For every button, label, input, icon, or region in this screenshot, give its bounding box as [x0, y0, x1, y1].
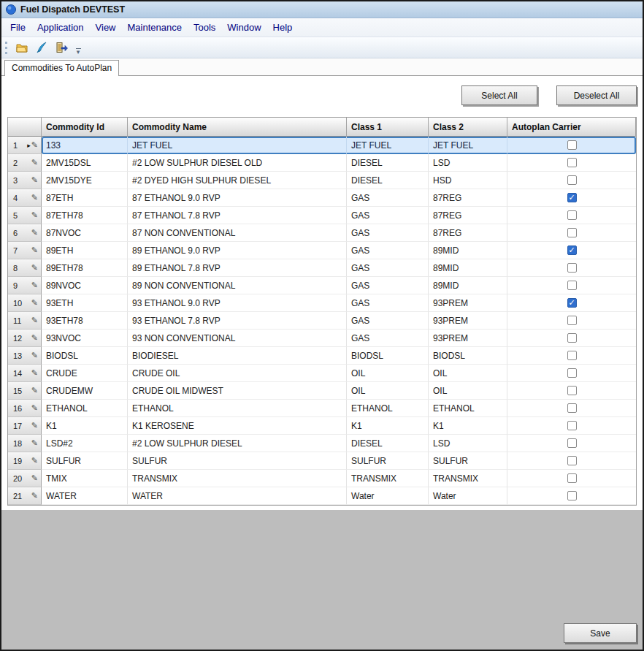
cell-id[interactable]: 87ETH78 [42, 207, 128, 224]
cell-id[interactable]: 93NVOC [42, 330, 128, 347]
cell-class2[interactable]: OIL [429, 382, 507, 400]
cell-class1[interactable]: GAS [347, 207, 429, 224]
row-header[interactable]: 18✎ [8, 435, 42, 452]
cell-class1[interactable]: GAS [347, 330, 429, 347]
select-all-button[interactable]: Select All [461, 85, 537, 105]
menu-item-application[interactable]: Application [31, 20, 90, 35]
row-header[interactable]: 19✎ [8, 452, 42, 470]
autoplan-carrier-checkbox[interactable] [567, 456, 577, 465]
row-header[interactable]: 8✎ [8, 259, 42, 277]
cell-name[interactable]: 93 ETHANOL 7.8 RVP [128, 312, 347, 330]
cell-id[interactable]: 89NVOC [42, 277, 128, 294]
cell-class1[interactable]: K1 [347, 417, 429, 435]
table-row[interactable]: 19✎SULFURSULFURSULFURSULFUR [8, 452, 636, 470]
cell-name[interactable]: 87 ETHANOL 9.0 RVP [128, 189, 347, 207]
toolbar-grip-handle[interactable] [5, 42, 7, 54]
table-row[interactable]: 3✎2MV15DYE#2 DYED HIGH SULPHUR DIESELDIE… [8, 172, 636, 189]
row-header[interactable]: 16✎ [8, 400, 42, 417]
cell-class2[interactable]: 89MID [429, 277, 507, 294]
cell-id[interactable]: 2MV15DYE [42, 172, 128, 189]
cell-class2[interactable]: 87REG [429, 189, 507, 207]
cell-name[interactable]: K1 KEROSENE [128, 417, 347, 435]
table-row[interactable]: 14✎CRUDECRUDE OILOILOIL [8, 365, 636, 382]
cell-class1[interactable]: GAS [347, 312, 429, 330]
open-icon[interactable] [13, 39, 31, 56]
row-header[interactable]: 6✎ [8, 224, 42, 242]
cell-class2[interactable]: 89MID [429, 242, 507, 259]
row-header[interactable]: 1▸✎ [8, 137, 42, 154]
cell-class1[interactable]: GAS [347, 242, 429, 259]
row-header[interactable]: 10✎ [8, 294, 42, 312]
cell-name[interactable]: CRUDE OIL [128, 365, 347, 382]
cell-name[interactable]: TRANSMIX [128, 470, 347, 487]
cell-class1[interactable]: TRANSMIX [347, 470, 429, 487]
cell-class2[interactable]: TRANSMIX [429, 470, 507, 487]
cell-name[interactable]: 89 ETHANOL 9.0 RVP [128, 242, 347, 259]
table-row[interactable]: 18✎LSD#2#2 LOW SULPHUR DIESELDIESELLSD [8, 435, 636, 452]
cell-name[interactable]: WATER [128, 487, 347, 505]
cell-class1[interactable]: OIL [347, 382, 429, 400]
cell-id[interactable]: CRUDEMW [42, 382, 128, 400]
table-row[interactable]: 6✎87NVOC87 NON CONVENTIONALGAS87REG [8, 224, 636, 242]
row-header[interactable]: 21✎ [8, 487, 42, 505]
table-row[interactable]: 8✎89ETH7889 ETHANOL 7.8 RVPGAS89MID [8, 259, 636, 277]
cell-name[interactable]: ETHANOL [128, 400, 347, 417]
autoplan-carrier-checkbox[interactable] [567, 228, 577, 237]
cell-id[interactable]: 93ETH78 [42, 312, 128, 330]
autoplan-carrier-checkbox[interactable]: ✓ [567, 245, 577, 255]
cell-class2[interactable]: 89MID [429, 259, 507, 277]
cell-class1[interactable]: GAS [347, 277, 429, 294]
autoplan-carrier-checkbox[interactable] [567, 473, 577, 483]
cell-class1[interactable]: DIESEL [347, 435, 429, 452]
cell-class1[interactable]: OIL [347, 365, 429, 382]
row-header[interactable]: 7✎ [8, 242, 42, 259]
cell-name[interactable]: #2 LOW SULPHUR DIESEL OLD [128, 154, 347, 172]
cell-id[interactable]: 89ETH78 [42, 259, 128, 277]
save-button[interactable]: Save [564, 623, 637, 643]
cell-class2[interactable]: ETHANOL [429, 400, 507, 417]
table-row[interactable]: 10✎93ETH93 ETHANOL 9.0 RVPGAS93PREM✓ [8, 294, 636, 312]
column-header-commodity-id[interactable]: Commodity Id [42, 118, 128, 137]
cell-name[interactable]: 89 NON CONVENTIONAL [128, 277, 347, 294]
table-row[interactable]: 16✎ETHANOLETHANOLETHANOLETHANOL [8, 400, 636, 417]
cell-name[interactable]: 93 ETHANOL 9.0 RVP [128, 294, 347, 312]
cell-class1[interactable]: DIESEL [347, 154, 429, 172]
autoplan-carrier-checkbox[interactable] [567, 175, 577, 185]
cell-id[interactable]: 89ETH [42, 242, 128, 259]
autoplan-carrier-checkbox[interactable] [567, 140, 577, 150]
row-header[interactable]: 11✎ [8, 312, 42, 330]
table-row[interactable]: 21✎WATERWATERWaterWater [8, 487, 636, 505]
row-header[interactable]: 14✎ [8, 365, 42, 382]
cell-class1[interactable]: BIODSL [347, 347, 429, 365]
cell-name[interactable]: #2 LOW SULPHUR DIESEL [128, 435, 347, 452]
cell-class1[interactable]: JET FUEL [347, 137, 429, 154]
menu-item-window[interactable]: Window [221, 20, 267, 35]
cell-class1[interactable]: ETHANOL [347, 400, 429, 417]
row-header[interactable]: 3✎ [8, 172, 42, 189]
cell-class1[interactable]: SULFUR [347, 452, 429, 470]
row-header[interactable]: 12✎ [8, 330, 42, 347]
autoplan-carrier-checkbox[interactable] [567, 386, 577, 395]
cell-class2[interactable]: LSD [429, 154, 507, 172]
cell-class2[interactable]: Water [429, 487, 507, 505]
cell-id[interactable]: CRUDE [42, 365, 128, 382]
tab-commodities-to-autoplan[interactable]: Commodities To AutoPlan [4, 60, 119, 76]
cell-class2[interactable]: SULFUR [429, 452, 507, 470]
cell-name[interactable]: 87 NON CONVENTIONAL [128, 224, 347, 242]
cell-class2[interactable]: 93PREM [429, 330, 507, 347]
cell-class2[interactable]: 93PREM [429, 312, 507, 330]
cell-class2[interactable]: BIODSL [429, 347, 507, 365]
cell-id[interactable]: 87ETH [42, 189, 128, 207]
cell-name[interactable]: BIODIESEL [128, 347, 347, 365]
table-row[interactable]: 2✎2MV15DSL#2 LOW SULPHUR DIESEL OLDDIESE… [8, 154, 636, 172]
autoplan-carrier-checkbox[interactable] [567, 158, 577, 167]
column-header-commodity-name[interactable]: Commodity Name [128, 118, 347, 137]
cell-id[interactable]: K1 [42, 417, 128, 435]
cell-class2[interactable]: 87REG [429, 207, 507, 224]
row-header[interactable]: 9✎ [8, 277, 42, 294]
table-row[interactable]: 11✎93ETH7893 ETHANOL 7.8 RVPGAS93PREM [8, 312, 636, 330]
autoplan-carrier-checkbox[interactable] [567, 316, 577, 325]
autoplan-carrier-checkbox[interactable] [567, 421, 577, 430]
cell-class2[interactable]: K1 [429, 417, 507, 435]
cell-class2[interactable]: OIL [429, 365, 507, 382]
